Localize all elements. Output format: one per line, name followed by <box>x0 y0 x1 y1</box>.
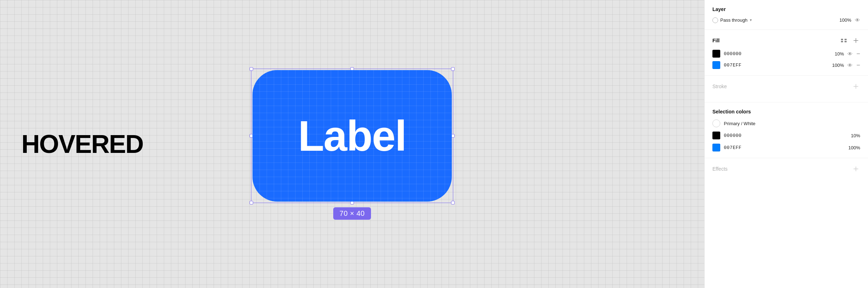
selection-swatch-black[interactable] <box>712 132 720 139</box>
svg-rect-1 <box>845 39 847 40</box>
primary-white-swatch <box>712 119 720 127</box>
button-label: Label <box>298 111 406 160</box>
fill-swatch-black[interactable] <box>712 50 720 58</box>
fill-add-button[interactable] <box>852 36 860 45</box>
selection-opacity-blue[interactable]: 100% <box>847 145 860 150</box>
stroke-add-button[interactable] <box>852 82 860 91</box>
layer-section-header: Layer <box>712 6 860 12</box>
fill-color-black-hex: 000000 <box>724 51 827 57</box>
layer-visibility-icon[interactable]: 👁 <box>855 17 860 23</box>
size-badge: 70 × 40 <box>333 207 371 220</box>
fill-row-black: 000000 10% 👁 − <box>712 50 860 58</box>
selection-colors-section: Selection colors Primary / White 000000 … <box>705 102 868 158</box>
layer-section-title: Layer <box>712 6 726 12</box>
selection-colors-header: Selection colors <box>712 109 860 114</box>
fill-blue-remove-button[interactable]: − <box>856 62 860 68</box>
primary-white-label: Primary / White <box>724 121 755 126</box>
selection-color-primary-white[interactable]: Primary / White <box>712 119 860 127</box>
fill-opacity-blue[interactable]: 100% <box>830 63 844 68</box>
layer-opacity-value[interactable]: 100% <box>838 17 851 23</box>
fill-color-blue-hex: 007EFF <box>724 63 827 68</box>
effects-add-button[interactable] <box>852 165 860 173</box>
fill-section-header: Fill <box>712 36 860 45</box>
selection-colors-title: Selection colors <box>712 109 751 114</box>
stroke-section-header: Stroke <box>712 82 860 91</box>
blend-mode-label: Pass through <box>720 17 748 23</box>
fill-section: Fill <box>705 30 868 76</box>
blend-mode-group[interactable]: Pass through ▾ <box>712 17 834 23</box>
hovered-state-label: HOVERED <box>21 129 143 159</box>
fill-black-visibility-icon[interactable]: 👁 <box>847 51 853 57</box>
selection-color-black: 000000 10% <box>712 132 860 139</box>
fill-section-actions <box>840 36 860 45</box>
stroke-section-title: Stroke <box>712 84 727 89</box>
fill-section-title: Fill <box>712 38 720 43</box>
selection-color-black-hex: 000000 <box>724 133 843 138</box>
fill-blue-visibility-icon[interactable]: 👁 <box>847 62 853 68</box>
selection-color-blue: 007EFF 100% <box>712 144 860 151</box>
fill-opacity-black[interactable]: 10% <box>830 51 844 57</box>
selection-box: Label <box>251 69 453 203</box>
selection-color-blue-hex: 007EFF <box>724 145 843 150</box>
stroke-section: Stroke <box>705 76 868 102</box>
ui-button[interactable]: Label <box>252 70 452 202</box>
effects-section-header: Effects <box>712 165 860 173</box>
selection-swatch-blue[interactable] <box>712 144 720 151</box>
effects-section: Effects <box>705 158 868 185</box>
canvas-area: HOVERED Label 70 × 40 <box>0 0 704 288</box>
selection-opacity-black[interactable]: 10% <box>847 133 860 138</box>
svg-rect-3 <box>845 41 847 42</box>
fill-swatch-blue[interactable] <box>712 61 720 69</box>
right-panel: Layer Pass through ▾ 100% 👁 Fill <box>704 0 868 288</box>
svg-rect-0 <box>841 39 843 40</box>
fill-row-blue: 007EFF 100% 👁 − <box>712 61 860 69</box>
blend-mode-icon <box>712 17 718 23</box>
blend-mode-chevron-icon: ▾ <box>750 18 752 22</box>
effects-section-title: Effects <box>712 166 728 172</box>
fill-dots-button[interactable] <box>840 36 848 45</box>
fill-black-remove-button[interactable]: − <box>856 50 860 57</box>
button-container: Label 70 × 40 <box>251 69 453 220</box>
layer-row: Pass through ▾ 100% 👁 <box>712 17 860 23</box>
svg-rect-2 <box>841 41 843 42</box>
layer-section: Layer Pass through ▾ 100% 👁 <box>705 0 868 30</box>
